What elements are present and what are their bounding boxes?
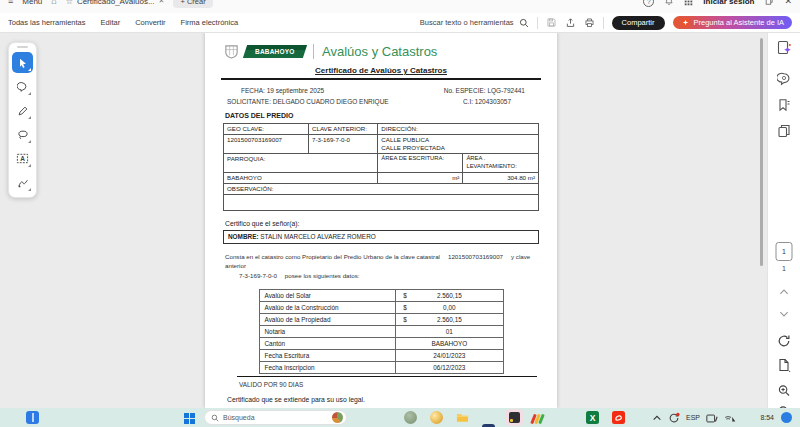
print-icon[interactable]: [584, 17, 595, 28]
fecha-row: FECHA: 19 septiembre 2025 No. ESPECIE: L…: [219, 87, 543, 94]
save-icon[interactable]: [546, 17, 557, 28]
fill-sign-tool[interactable]: [12, 172, 33, 193]
ai-button-label: Pregunta al Asistente de IA: [694, 18, 784, 27]
observacion-label: OBSERVACIÓN:: [224, 183, 539, 194]
comment-tool[interactable]: [12, 76, 33, 97]
table-row: Avalúo de la Propiedad$2.560,15: [259, 313, 503, 325]
clave-anterior-value: 7-3-169-7-0-0: [309, 135, 378, 154]
notification-badge[interactable]: [781, 412, 792, 423]
ai-assistant-button[interactable]: Pregunta al Asistente de IA: [673, 16, 792, 29]
help-icon[interactable]: ?: [643, 0, 654, 7]
apps-grid-icon[interactable]: [684, 0, 693, 6]
excel-icon[interactable]: X: [586, 411, 599, 424]
fecha-label: FECHA:: [241, 87, 265, 94]
pencil-edit-tool[interactable]: [12, 100, 33, 121]
certifico-text: Certifico que el señor(a):: [225, 220, 537, 227]
file-explorer-icon[interactable]: [456, 411, 469, 424]
taskbar-app-active[interactable]: [506, 409, 523, 426]
table-row: OBSERVACIÓN:: [224, 183, 539, 194]
solicitante-label: SOLICITANTE:: [227, 98, 271, 105]
menu-label[interactable]: Menú: [22, 0, 42, 6]
ai-assistant-icon[interactable]: [776, 40, 792, 56]
toolbar-item-all-tools[interactable]: Todas las herramientas: [8, 18, 86, 27]
table-row: Notaria01: [259, 325, 503, 337]
add-text-tool[interactable]: A: [12, 148, 33, 169]
restore-window-icon[interactable]: [764, 0, 774, 6]
share-button[interactable]: Compartir: [612, 16, 665, 30]
certificate-heading: Certificado de Avalúos y Catastros: [219, 66, 543, 75]
search-label: Búsqueda: [223, 414, 255, 421]
direccion-value: CALLE PUBLICA CALLE PROYECTADA: [378, 135, 539, 154]
page-total: 1: [782, 265, 786, 272]
separator-rule: [237, 376, 537, 377]
search-tools[interactable]: Buscar texto o herramientas: [420, 18, 529, 28]
start-button[interactable]: [184, 413, 197, 426]
page-number-value: 1: [782, 248, 786, 255]
share-upload-icon[interactable]: [565, 17, 576, 28]
rotate-page-icon[interactable]: [777, 334, 791, 348]
toolbar-item-convert[interactable]: Convertir: [135, 18, 165, 27]
lasso-draw-tool[interactable]: [12, 124, 33, 145]
network-volume-icon[interactable]: [724, 413, 736, 424]
heading-rule: [221, 78, 541, 80]
page-up-button[interactable]: [779, 288, 790, 296]
page-number-box[interactable]: 1: [776, 242, 793, 261]
star-icon[interactable]: ☆: [66, 0, 73, 6]
create-button[interactable]: + Crear: [173, 0, 212, 8]
tray-chevron-icon[interactable]: [652, 414, 662, 422]
table-row: Fecha Inscripcion06/12/2023: [259, 361, 503, 373]
taskbar-app-colorful[interactable]: [532, 411, 545, 424]
divider: [537, 17, 538, 29]
tray-clock[interactable]: 8:54: [760, 414, 774, 421]
bookmarks-panel-icon[interactable]: [777, 98, 791, 112]
touch-keyboard-icon[interactable]: [706, 413, 718, 424]
language-indicator[interactable]: ESP: [686, 414, 700, 421]
nombre-box: NOMBRE: STALIN MARCELO ALVAREZ ROMERO: [223, 230, 539, 244]
document-tab[interactable]: ☆ Certificado_Avalúos... ✕: [66, 0, 165, 6]
select-tool[interactable]: [12, 52, 33, 73]
toolbar-item-esign[interactable]: Firma electrónica: [181, 18, 239, 27]
sync-status-icon[interactable]: [668, 412, 680, 424]
acrobat-icon[interactable]: [612, 411, 625, 424]
viewer-area: A BABAHOYO Avalúos y Catastros Certifica…: [0, 32, 800, 408]
tab-close-icon[interactable]: ✕: [159, 0, 165, 5]
zoom-in-icon[interactable]: [778, 384, 791, 397]
taskbar-app-coin[interactable]: [430, 411, 443, 424]
city-name: BABAHOYO: [255, 48, 295, 55]
toolbar-item-edit[interactable]: Editar: [101, 18, 121, 27]
menu-icon[interactable]: ≡: [8, 0, 13, 6]
ai-logo-icon: [681, 18, 690, 27]
sign-in-button[interactable]: Iniciar sesión: [703, 0, 754, 6]
search-icon: [519, 18, 529, 28]
taskbar-app-circle[interactable]: [404, 411, 417, 424]
solicitante-value: DELGADO CUADRO DIEGO ENRIQUE: [273, 98, 389, 105]
close-window-icon[interactable]: ✕: [784, 0, 792, 6]
signature-icon: [17, 177, 29, 189]
document-brand: BABAHOYO Avalúos y Catastros: [223, 40, 543, 62]
fecha-value: 19 septiembre 2025: [267, 87, 324, 94]
panel-drag-handle[interactable]: [17, 46, 28, 48]
widgets-icon[interactable]: [26, 411, 39, 424]
nombre-value: STALIN MARCELO ALVAREZ ROMERO: [260, 233, 375, 240]
toolbar: Todas las herramientas Editar Convertir …: [0, 13, 800, 33]
tab-title[interactable]: Certificado_Avalúos...: [77, 0, 155, 6]
bell-icon[interactable]: [664, 0, 674, 6]
avaluo-table: Avalúo del Solar$2.560,15 Avalúo de la C…: [259, 289, 504, 374]
ci-label: C.I:: [463, 98, 473, 105]
area-levantamiento-label: ÁREA . LEVANTAMIENTO:: [463, 154, 539, 172]
right-panel: 1 1: [767, 32, 800, 408]
vertical-scrollbar[interactable]: [760, 38, 763, 266]
page-down-button[interactable]: [779, 310, 790, 318]
table-row: Avalúo del Solar$2.560,15: [259, 289, 503, 301]
taskbar-search[interactable]: Búsqueda: [204, 410, 347, 425]
ci-value: 1204303057: [475, 98, 511, 105]
comments-panel-icon[interactable]: [777, 72, 791, 86]
divider: [603, 17, 604, 29]
search-highlight-image: [332, 412, 343, 423]
export-page-icon[interactable]: [777, 358, 791, 372]
home-icon[interactable]: ⌂: [51, 0, 56, 6]
table-row: CantónBABAHOYO: [259, 337, 503, 349]
valido-text: VALIDO POR 90 DIAS: [239, 381, 543, 388]
direccion-label: DIRECCIÓN:: [378, 124, 539, 135]
pages-panel-icon[interactable]: [777, 124, 791, 138]
